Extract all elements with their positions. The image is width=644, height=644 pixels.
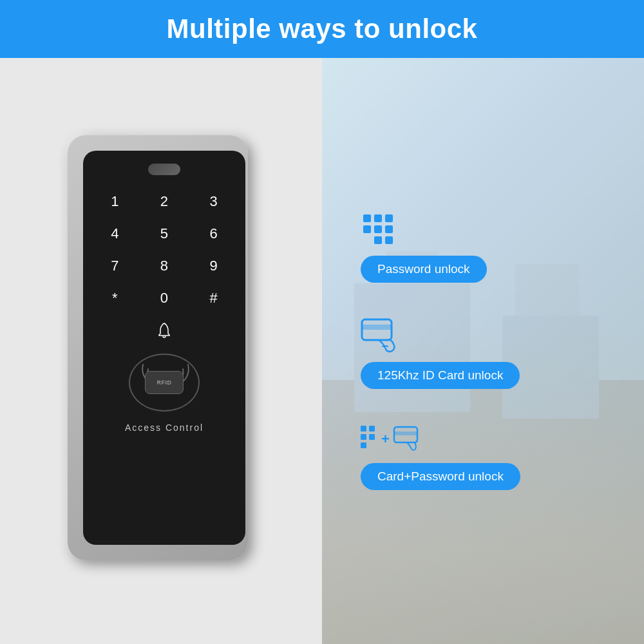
svg-rect-17	[361, 434, 366, 440]
card-hand-icon	[361, 318, 402, 353]
combo-icon: +	[361, 424, 431, 454]
svg-rect-18	[369, 434, 375, 440]
sensor	[148, 164, 180, 175]
svg-rect-5	[363, 214, 371, 222]
svg-rect-12	[385, 236, 393, 244]
svg-rect-8	[363, 225, 371, 233]
svg-rect-11	[374, 236, 382, 244]
password-badge: Password unlock	[361, 256, 487, 283]
key-1: 1	[93, 188, 137, 215]
key-6: 6	[191, 220, 236, 247]
password-icon-area	[361, 212, 395, 247]
left-panel: 1 2 3 4 5 6 7 8 9 * 0 #	[0, 58, 322, 644]
svg-rect-10	[385, 225, 393, 233]
device-wrapper: 1 2 3 4 5 6 7 8 9 * 0 #	[61, 129, 261, 573]
svg-rect-14	[362, 325, 392, 330]
key-star: *	[93, 285, 137, 312]
key-0: 0	[142, 285, 187, 312]
bell-icon	[155, 321, 173, 344]
svg-rect-9	[374, 225, 382, 233]
main-content: 1 2 3 4 5 6 7 8 9 * 0 #	[0, 58, 644, 644]
key-4: 4	[93, 220, 137, 247]
right-content: Password unlock 125Khz ID Card unlock	[322, 58, 644, 644]
svg-text:+: +	[381, 431, 390, 447]
keypad: 1 2 3 4 5 6 7 8 9 * 0 #	[93, 188, 236, 312]
keypad-icon	[361, 212, 395, 247]
key-5: 5	[142, 220, 187, 247]
svg-rect-6	[374, 214, 382, 222]
card-icon-area	[361, 318, 402, 353]
feature-card: 125Khz ID Card unlock	[361, 318, 520, 389]
rfid-badge: RFID	[145, 371, 184, 394]
svg-rect-19	[361, 442, 366, 448]
svg-rect-22	[394, 431, 417, 435]
key-8: 8	[142, 252, 187, 279]
key-7: 7	[93, 252, 137, 279]
key-9: 9	[191, 252, 236, 279]
device-body: 1 2 3 4 5 6 7 8 9 * 0 #	[68, 135, 248, 560]
access-label: Access Control	[125, 422, 204, 433]
card-badge: 125Khz ID Card unlock	[361, 362, 520, 389]
combo-icon-area: +	[361, 424, 431, 454]
rfid-area: RFID	[129, 354, 200, 412]
svg-rect-16	[369, 426, 375, 431]
feature-combo: + Card+Password unlock	[361, 424, 520, 490]
svg-rect-15	[361, 426, 366, 431]
rfid-label: RFID	[157, 379, 172, 386]
device-screen: 1 2 3 4 5 6 7 8 9 * 0 #	[83, 151, 245, 545]
key-3: 3	[191, 188, 236, 215]
feature-password: Password unlock	[361, 212, 487, 283]
header: Multiple ways to unlock	[0, 0, 644, 58]
svg-rect-7	[385, 214, 393, 222]
right-panel: Password unlock 125Khz ID Card unlock	[322, 58, 644, 644]
key-2: 2	[142, 188, 187, 215]
key-hash: #	[191, 285, 236, 312]
header-title: Multiple ways to unlock	[167, 14, 478, 44]
combo-badge: Card+Password unlock	[361, 463, 520, 490]
